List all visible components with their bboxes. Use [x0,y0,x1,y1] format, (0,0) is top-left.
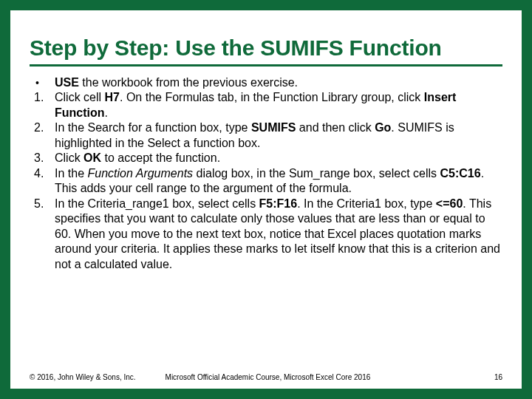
list-item: 5. In the Criteria_range1 box, select ce… [30,197,502,272]
list-marker: 5. [30,197,55,211]
footer-course: Microsoft Official Academic Course, Micr… [166,373,494,381]
list-item: 3. Click OK to accept the function. [30,151,502,166]
list-item-text: Click cell H7. On the Formulas tab, in t… [55,90,502,120]
list-item: 1. Click cell H7. On the Formulas tab, i… [30,90,502,120]
list-item: • USE the workbook from the previous exe… [30,75,502,90]
slide-title: Step by Step: Use the SUMIFS Function [30,35,502,66]
list-marker: 1. [30,90,55,105]
slide: Step by Step: Use the SUMIFS Function • … [0,0,532,399]
list-marker: 2. [30,120,55,135]
list-item-text: In the Search for a function box, type S… [55,120,502,151]
footer: © 2016, John Wiley & Sons, Inc. Microsof… [30,373,502,381]
page-number: 16 [494,373,502,381]
content-area: • USE the workbook from the previous exe… [30,75,502,272]
list-item-text: In the Criteria_range1 box, select cells… [55,197,502,272]
list-marker: 4. [30,166,55,181]
list-item-text: Click OK to accept the function. [55,151,502,166]
list-marker: 3. [30,151,55,166]
list-marker: • [30,75,55,90]
list-item-text: In the Function Arguments dialog box, in… [55,166,502,197]
list-item: 2. In the Search for a function box, typ… [30,120,502,151]
footer-copyright: © 2016, John Wiley & Sons, Inc. [30,373,166,381]
list-item: 4. In the Function Arguments dialog box,… [30,166,502,197]
step-list: • USE the workbook from the previous exe… [30,75,502,272]
list-item-text: USE the workbook from the previous exerc… [55,75,502,90]
